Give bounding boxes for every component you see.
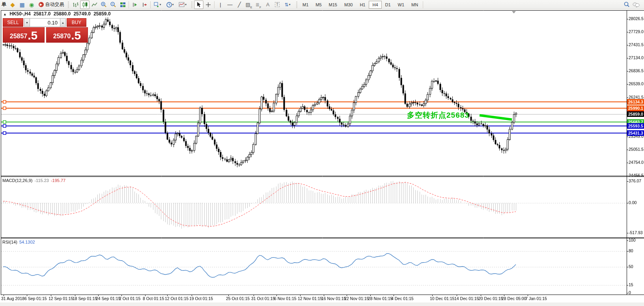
signals-icon[interactable]: ◉ <box>27 0 36 9</box>
toolbar-separator <box>150 1 151 8</box>
chart-canvas[interactable] <box>0 0 644 306</box>
cursor-tool-icon[interactable] <box>194 0 203 9</box>
timeframe-button-h4[interactable]: H4 <box>369 1 381 9</box>
horizontal-line-tool-icon[interactable]: — <box>225 0 235 9</box>
fibonacci-tool-icon[interactable]: ≣ F <box>254 0 263 9</box>
timeframe-button-mn[interactable]: MN <box>408 1 422 9</box>
zoom-in-icon[interactable] <box>99 0 108 9</box>
buy-button[interactable]: BUY <box>67 18 86 27</box>
autotrading-icon: ▶ <box>39 2 44 7</box>
sell-price-button[interactable]: 25857 .5 <box>3 27 45 43</box>
timeframe-button-m1[interactable]: M1 <box>299 1 312 9</box>
timeframe-button-d1[interactable]: D1 <box>382 1 394 9</box>
buy-price-button[interactable]: 25870 .5 <box>46 27 88 43</box>
text-tool-icon[interactable]: A <box>263 0 273 9</box>
one-click-trading-panel: SELL ▼ ▲ BUY 25857 .5 25870 .5 <box>3 18 88 43</box>
tile-windows-icon[interactable] <box>118 0 127 9</box>
autotrading-button[interactable]: ▶ 自动交易 <box>36 0 66 9</box>
bar-chart-type-icon[interactable] <box>71 0 80 9</box>
equidistant-channel-tool-icon[interactable]: ▨ E <box>244 0 254 9</box>
trendline-tool-icon[interactable]: ╱ <box>235 0 244 9</box>
volume-increase-button[interactable]: ▲ <box>60 18 66 27</box>
timeframe-button-m5[interactable]: M5 <box>312 1 325 9</box>
caret-down-icon: ▾ <box>185 3 188 6</box>
candlestick-chart-type-icon[interactable] <box>80 0 90 9</box>
menu-partial-label[interactable]: 单 <box>2 1 6 8</box>
mt4-window: 单 ◆ ▦ ◉ ▶ 自动交易 <box>0 0 644 306</box>
buy-price: 25870 <box>53 31 71 41</box>
timeframe-button-m30[interactable]: M30 <box>341 1 356 9</box>
arrows-tool-button[interactable]: ⇅ ▾ <box>282 0 295 9</box>
toolbar-separator <box>214 1 215 8</box>
zoom-out-icon[interactable] <box>108 0 118 9</box>
new-order-icon[interactable]: ◆ <box>8 0 17 9</box>
toolbar-grip[interactable] <box>296 2 297 8</box>
text-label-tool-icon[interactable]: T <box>273 0 282 9</box>
volume-input[interactable] <box>30 18 60 27</box>
toolbar-separator <box>129 1 129 8</box>
new-chart-button[interactable]: ▾ <box>152 0 164 9</box>
toolbar-separator <box>423 1 423 8</box>
toolbar-grip[interactable] <box>68 2 69 8</box>
vertical-line-tool-icon[interactable]: | <box>216 0 225 9</box>
caret-down-icon: ▾ <box>289 3 292 6</box>
charts-window-icon[interactable]: ▦ <box>17 0 27 9</box>
toolbar-grip[interactable] <box>191 2 192 8</box>
volume-decrease-button[interactable]: ▼ <box>24 18 30 27</box>
timeframe-toolbar: M1M5M15M30H1H4D1W1MN <box>299 1 422 9</box>
crosshair-tool-icon[interactable] <box>203 0 213 9</box>
periods-button[interactable]: ▾ <box>164 0 177 9</box>
templates-button[interactable]: ▾ <box>177 0 190 9</box>
search-icon[interactable] <box>622 0 631 9</box>
buy-price-fraction: .5 <box>71 30 81 41</box>
toolbar: 单 ◆ ▦ ◉ ▶ 自动交易 <box>0 0 644 9</box>
sell-price: 25857 <box>10 31 28 41</box>
chart-shift-icon[interactable] <box>140 0 149 9</box>
caret-down-icon: ▾ <box>160 3 163 6</box>
chat-icon[interactable] <box>631 0 641 9</box>
autotrading-label: 自动交易 <box>45 1 64 8</box>
sell-button[interactable]: SELL <box>3 18 23 27</box>
line-chart-type-icon[interactable] <box>90 0 99 9</box>
caret-down-icon: ▾ <box>172 3 175 6</box>
timeframe-button-m15[interactable]: M15 <box>325 1 341 9</box>
auto-scroll-icon[interactable] <box>130 0 140 9</box>
timeframe-button-h1[interactable]: H1 <box>356 1 369 9</box>
timeframe-button-w1[interactable]: W1 <box>394 1 408 9</box>
sell-price-fraction: .5 <box>28 30 37 41</box>
